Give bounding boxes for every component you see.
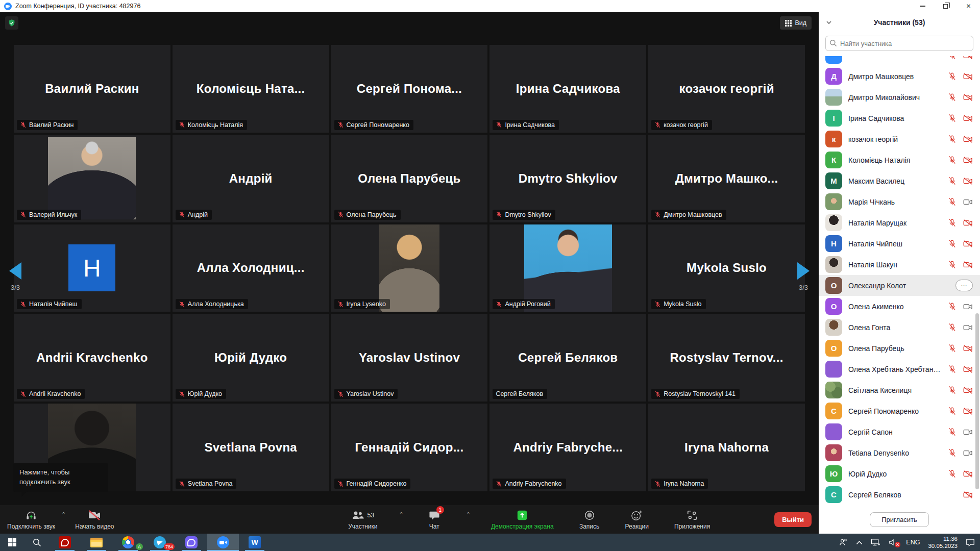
video-tile[interactable]: козачок георгій козачок георгій <box>648 45 805 133</box>
view-button[interactable]: Вид <box>780 16 812 30</box>
video-tile[interactable]: Дмитро Машко... Дмитро Машковцев <box>648 135 805 222</box>
start-button[interactable] <box>0 534 24 551</box>
volume-muted-icon[interactable] <box>889 538 898 546</box>
participant-row[interactable]: Світлана Киселиця … <box>819 380 980 400</box>
participant-row[interactable]: С Сергей Пономаренко … <box>819 400 980 421</box>
participants-chevron[interactable]: ⌃ <box>399 511 404 518</box>
video-tile[interactable]: Н Наталія Чийпеш <box>14 224 170 312</box>
video-tile[interactable]: Олена Парубець Олена Парубець <box>331 135 488 222</box>
video-tile[interactable]: Сергей Беляков Сергей Беляков <box>489 314 646 402</box>
participant-row[interactable]: О Олена Акименко … <box>819 296 980 317</box>
video-tile[interactable]: Andrii Kravchenko Andrii Kravchenko <box>14 314 170 402</box>
people-tray-icon[interactable] <box>839 538 848 546</box>
next-page-arrow-icon[interactable] <box>797 262 810 280</box>
taskbar-apps: A 784 W <box>49 534 271 551</box>
tile-name-label: козачок георгій <box>651 120 712 130</box>
participant-row[interactable]: Н Наталія Чийпеш … <box>819 233 980 254</box>
collapse-panel-chevron-icon[interactable] <box>826 18 832 24</box>
taskbar-app-button[interactable] <box>207 534 239 551</box>
participant-row[interactable]: Наталія Шакун … <box>819 254 980 275</box>
network-icon[interactable] <box>871 538 880 546</box>
taskbar-app-button[interactable] <box>49 534 81 551</box>
participant-row[interactable]: Дмитро Миколайович … <box>819 87 980 108</box>
video-tile[interactable]: Iryna Nahorna Iryna Nahorna <box>648 404 805 491</box>
next-page-control[interactable]: 3/3 <box>789 262 818 291</box>
participant-row[interactable]: Д Дмитро Машковцев … <box>819 66 980 87</box>
participant-avatar: К <box>825 152 842 168</box>
invite-button[interactable]: Пригласить <box>870 512 929 527</box>
language-indicator[interactable]: ENG <box>906 539 920 546</box>
video-tile[interactable]: Андрій Роговий <box>489 224 646 312</box>
participant-row[interactable]: Ю Юрій Дудко … <box>819 463 980 484</box>
panel-scrollbar-thumb[interactable] <box>975 313 979 489</box>
video-tile[interactable]: Андрій Андрій <box>173 135 329 222</box>
participant-row[interactable]: Tetiana Denysenko … <box>819 442 980 463</box>
search-input[interactable] <box>825 36 973 51</box>
taskbar-app-button[interactable]: A <box>112 534 144 551</box>
video-tile[interactable]: Andriy Fabryche... Andriy Fabrychenko <box>489 404 646 491</box>
chat-button[interactable]: 1 Чат <box>419 509 450 530</box>
participant-row[interactable]: О Олена Парубець … <box>819 338 980 359</box>
video-tile[interactable]: Iryna Lysenko <box>331 224 488 312</box>
share-screen-button[interactable]: Демонстрация экрана <box>486 509 559 530</box>
taskbar-search-button[interactable] <box>24 534 49 551</box>
participant-row[interactable]: С Сергей Беляков … <box>819 484 980 505</box>
video-tile[interactable]: Валерий Ильчук <box>14 135 170 222</box>
chat-chevron[interactable]: ⌃ <box>466 511 471 518</box>
join-audio-button[interactable]: Подключить звук <box>2 509 60 530</box>
participant-row[interactable]: О Олександр Колот … <box>819 275 980 296</box>
participant-row[interactable]: Олена Гонта … <box>819 317 980 338</box>
video-tile[interactable]: Коломієць Ната... Коломієць Наталія <box>173 45 329 133</box>
video-tile[interactable]: Геннадій Сидор... Геннадій Сидоренко <box>331 404 488 491</box>
video-tile[interactable]: Алла Холодниц... Алла Холодницька <box>173 224 329 312</box>
video-off-icon <box>963 72 973 81</box>
participant-row[interactable]: к козачок георгій … <box>819 129 980 149</box>
taskbar-app-button[interactable] <box>176 534 207 551</box>
video-tile[interactable]: Сергей Понома... Сергей Пономаренко <box>331 45 488 133</box>
close-button[interactable]: ✕ <box>957 0 980 12</box>
participant-row[interactable]: … <box>819 56 980 66</box>
previous-page-control[interactable]: 3/3 <box>1 262 30 291</box>
show-hidden-icons-chevron[interactable] <box>856 540 863 545</box>
participant-name: Максим Василец <box>848 177 942 185</box>
video-tile[interactable]: Svetlana Povna Svetlana Povna <box>173 404 329 491</box>
action-center-icon[interactable] <box>966 538 975 546</box>
reactions-button[interactable]: Реакции <box>620 509 654 530</box>
tile-display-name: Iryna Nahorna <box>684 440 769 455</box>
share-screen-icon <box>516 510 528 521</box>
participant-row[interactable]: І Ірина Садчикова … <box>819 108 980 129</box>
participant-row[interactable]: С Сергій Сапон … <box>819 421 980 442</box>
video-tile[interactable]: Mykola Suslo Mykola Suslo <box>648 224 805 312</box>
participant-row[interactable]: М Максим Василец … <box>819 170 980 191</box>
video-tile[interactable]: Yaroslav Ustinov Yaroslav Ustinov <box>331 314 488 402</box>
participant-row[interactable]: О Олена Хребтань Хребтань Ол... … <box>819 359 980 380</box>
video-tile[interactable]: Ірина Садчикова Ірина Садчикова <box>489 45 646 133</box>
join-audio-chevron[interactable]: ⌃ <box>61 511 66 518</box>
taskbar-app-button[interactable]: W <box>239 534 271 551</box>
video-tile[interactable]: Юрій Дудко Юрій Дудко <box>173 314 329 402</box>
participants-button[interactable]: 53 Участники <box>343 509 382 530</box>
participant-row[interactable]: К Коломієць Наталія … <box>819 149 980 170</box>
participant-avatar: О <box>825 361 842 378</box>
taskbar-app-button[interactable]: 784 <box>144 534 176 551</box>
video-tile[interactable]: Rostyslav Ternov... Rostyslav Ternovskyi… <box>648 314 805 402</box>
participant-row[interactable]: Марія Чічкань … <box>819 191 980 212</box>
participant-row[interactable]: Наталія Марущак … <box>819 212 980 233</box>
minimize-button[interactable] <box>911 0 934 12</box>
muted-mic-icon <box>948 323 957 332</box>
more-options-button[interactable]: … <box>955 280 973 291</box>
taskbar-clock[interactable]: 11:36 30.05.2023 <box>928 535 958 550</box>
restore-button[interactable] <box>934 0 957 12</box>
previous-page-arrow-icon[interactable] <box>9 262 21 280</box>
video-tile[interactable]: Dmytro Shkyliov Dmytro Shkyliov <box>489 135 646 222</box>
video-tile[interactable]: Ваилий Раскин Ваилий Раскин <box>14 45 170 133</box>
start-video-button[interactable]: Начать видео <box>70 509 119 530</box>
video-off-icon <box>963 261 973 269</box>
apps-button[interactable]: Приложения <box>669 509 715 530</box>
leave-meeting-button[interactable]: Выйти <box>774 512 812 527</box>
taskbar-app-button[interactable] <box>81 534 112 551</box>
security-shield-icon[interactable] <box>5 16 18 30</box>
muted-mic-icon <box>179 481 185 487</box>
record-button[interactable]: Запись <box>574 509 605 530</box>
muted-mic-icon <box>179 121 185 128</box>
